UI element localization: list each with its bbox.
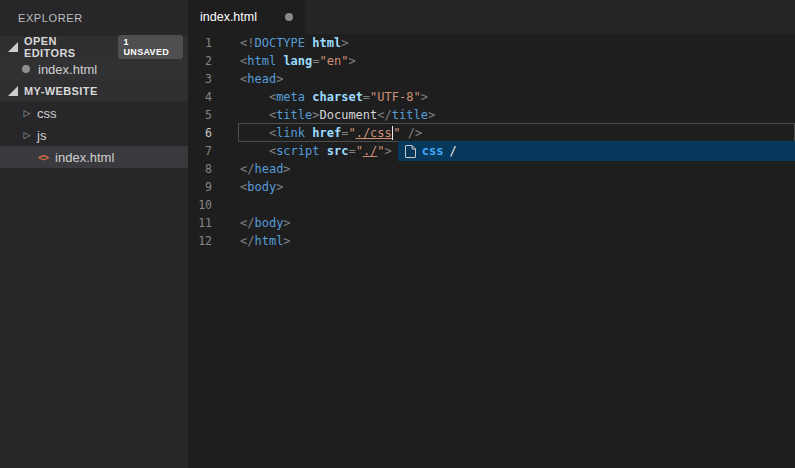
chevron-collapsed-icon: ▷ [22, 130, 32, 140]
token [401, 126, 408, 140]
code-line-7[interactable]: 7 <script src="./">css/ [188, 142, 795, 160]
open-editors-header[interactable]: OPEN EDITORS 1 UNSAVED [0, 36, 188, 58]
code-text: <head> [212, 70, 283, 88]
workspace-header[interactable]: MY-WEBSITE [0, 80, 188, 102]
token: body [254, 216, 283, 230]
code-line-11[interactable]: 11</body> [188, 214, 795, 232]
line-number: 2 [188, 52, 212, 70]
html-file-icon: <> [38, 152, 48, 163]
token: html [247, 54, 276, 68]
folder-label: js [37, 128, 46, 143]
code-line-1[interactable]: 1<!DOCTYPE html> [188, 34, 795, 52]
explorer-sidebar: EXPLORER OPEN EDITORS 1 UNSAVED index.ht… [0, 0, 188, 468]
code-line-9[interactable]: 9<body> [188, 178, 795, 196]
token: title [392, 108, 428, 122]
token [240, 126, 269, 140]
token: = [363, 90, 370, 104]
token: " [356, 144, 363, 158]
line-number: 10 [188, 196, 212, 214]
line-number: 4 [188, 88, 212, 106]
code-line-12[interactable]: 12</html> [188, 232, 795, 250]
token: meta [276, 90, 305, 104]
chevron-expanded-icon [8, 86, 18, 96]
code-editor[interactable]: 1<!DOCTYPE html>2<html lang="en">3<head>… [188, 34, 795, 468]
editor-group: index.html 1<!DOCTYPE html>2<html lang="… [188, 0, 795, 468]
token: /> [408, 126, 422, 140]
token: > [428, 108, 435, 122]
token: " [348, 126, 355, 140]
token: "en" [320, 54, 349, 68]
code-line-3[interactable]: 3<head> [188, 70, 795, 88]
token: script [276, 144, 319, 158]
modified-dot-icon [285, 13, 293, 21]
line-number: 7 [188, 142, 212, 160]
token: link [276, 126, 305, 140]
token [240, 90, 269, 104]
line-number: 8 [188, 160, 212, 178]
code-line-6[interactable]: 6 <link href="./css" /> [188, 124, 795, 142]
folder-label: css [37, 106, 57, 121]
code-line-10[interactable]: 10 [188, 196, 795, 214]
line-number: 5 [188, 106, 212, 124]
token: </ [240, 216, 254, 230]
code-text: <body> [212, 178, 283, 196]
open-editor-item-label: index.html [38, 62, 97, 77]
line-number: 1 [188, 34, 212, 52]
code-line-5[interactable]: 5 <title>Document</title> [188, 106, 795, 124]
unsaved-count-badge: 1 UNSAVED [118, 35, 183, 59]
token [240, 108, 269, 122]
token: body [247, 180, 276, 194]
token: " [377, 144, 384, 158]
token: > [283, 234, 290, 248]
chevron-collapsed-icon: ▷ [22, 108, 32, 118]
line-number: 11 [188, 214, 212, 232]
token: > [421, 90, 428, 104]
line-number: 9 [188, 178, 212, 196]
token [320, 144, 327, 158]
open-editor-item-index-html[interactable]: index.html [0, 58, 188, 80]
folder-item-js[interactable]: ▷ js [0, 124, 188, 146]
code-text [212, 196, 240, 214]
token: > [276, 72, 283, 86]
code-text: <meta charset="UTF-8"> [212, 88, 428, 106]
code-line-2[interactable]: 2<html lang="en"> [188, 52, 795, 70]
token: head [247, 72, 276, 86]
code-text: <title>Document</title> [212, 106, 435, 124]
token: <! [240, 36, 254, 50]
token: </ [240, 234, 254, 248]
token: > [348, 54, 355, 68]
token: > [341, 36, 348, 50]
token: Document [320, 108, 378, 122]
token: charset [312, 90, 363, 104]
token: "UTF-8" [370, 90, 421, 104]
folder-item-css[interactable]: ▷ css [0, 102, 188, 124]
code-line-4[interactable]: 4 <meta charset="UTF-8"> [188, 88, 795, 106]
file-item-index-html[interactable]: <> index.html [0, 146, 188, 168]
line-number: 6 [188, 124, 212, 142]
code-text: <script src="./"> [212, 142, 392, 160]
modified-dot-icon [22, 65, 30, 73]
tab-bar: index.html [188, 0, 795, 34]
token: ./ [363, 144, 377, 158]
line-number: 12 [188, 232, 212, 250]
workspace-label: MY-WEBSITE [24, 85, 98, 97]
token: html [312, 36, 341, 50]
tab-index-html[interactable]: index.html [188, 0, 305, 34]
chevron-expanded-icon [8, 42, 18, 52]
code-text: </body> [212, 214, 291, 232]
file-icon [405, 145, 416, 158]
token: = [312, 54, 319, 68]
token: head [254, 162, 283, 176]
code-text: </head> [212, 160, 291, 178]
token: title [276, 108, 312, 122]
token: </ [377, 108, 391, 122]
token: href [312, 126, 341, 140]
token: html [254, 234, 283, 248]
token: > [276, 180, 283, 194]
token: </ [240, 162, 254, 176]
code-text: <!DOCTYPE html> [212, 34, 348, 52]
suggestion-rest-text: / [450, 142, 457, 160]
suggest-widget[interactable]: css/ [398, 141, 795, 161]
token: " [393, 126, 400, 140]
code-line-8[interactable]: 8</head> [188, 160, 795, 178]
